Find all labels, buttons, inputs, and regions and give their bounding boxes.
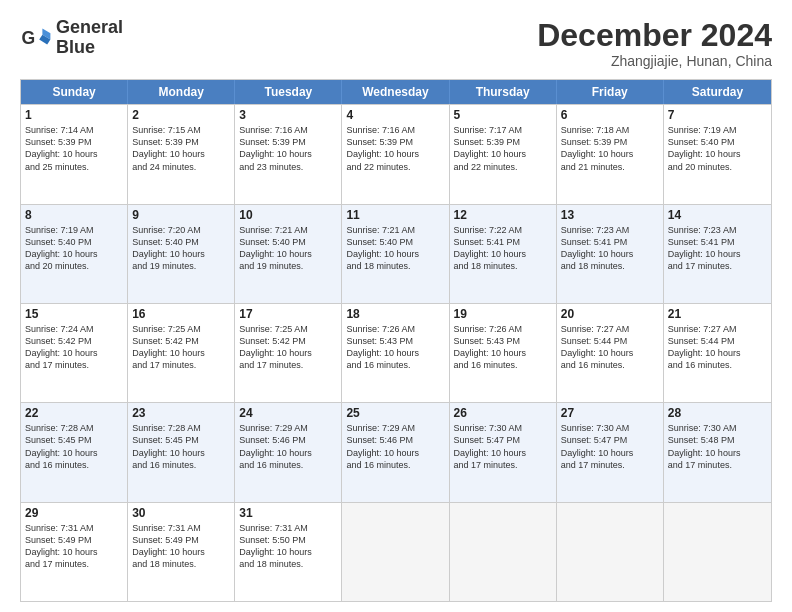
table-row: 18Sunrise: 7:26 AM Sunset: 5:43 PM Dayli…: [342, 304, 449, 402]
table-row: [557, 503, 664, 601]
day-number: 20: [561, 307, 659, 321]
day-info: Sunrise: 7:16 AM Sunset: 5:39 PM Dayligh…: [346, 124, 444, 173]
table-row: 11Sunrise: 7:21 AM Sunset: 5:40 PM Dayli…: [342, 205, 449, 303]
day-info: Sunrise: 7:21 AM Sunset: 5:40 PM Dayligh…: [346, 224, 444, 273]
day-number: 17: [239, 307, 337, 321]
day-info: Sunrise: 7:27 AM Sunset: 5:44 PM Dayligh…: [668, 323, 767, 372]
day-info: Sunrise: 7:23 AM Sunset: 5:41 PM Dayligh…: [561, 224, 659, 273]
calendar-row: 8Sunrise: 7:19 AM Sunset: 5:40 PM Daylig…: [21, 204, 771, 303]
day-info: Sunrise: 7:23 AM Sunset: 5:41 PM Dayligh…: [668, 224, 767, 273]
calendar-row: 1Sunrise: 7:14 AM Sunset: 5:39 PM Daylig…: [21, 104, 771, 203]
header-wednesday: Wednesday: [342, 80, 449, 104]
day-info: Sunrise: 7:26 AM Sunset: 5:43 PM Dayligh…: [346, 323, 444, 372]
table-row: 7Sunrise: 7:19 AM Sunset: 5:40 PM Daylig…: [664, 105, 771, 203]
table-row: 17Sunrise: 7:25 AM Sunset: 5:42 PM Dayli…: [235, 304, 342, 402]
table-row: [664, 503, 771, 601]
svg-text:G: G: [22, 28, 36, 48]
table-row: 28Sunrise: 7:30 AM Sunset: 5:48 PM Dayli…: [664, 403, 771, 501]
day-info: Sunrise: 7:31 AM Sunset: 5:49 PM Dayligh…: [132, 522, 230, 571]
day-info: Sunrise: 7:28 AM Sunset: 5:45 PM Dayligh…: [132, 422, 230, 471]
table-row: 29Sunrise: 7:31 AM Sunset: 5:49 PM Dayli…: [21, 503, 128, 601]
day-info: Sunrise: 7:18 AM Sunset: 5:39 PM Dayligh…: [561, 124, 659, 173]
table-row: 9Sunrise: 7:20 AM Sunset: 5:40 PM Daylig…: [128, 205, 235, 303]
table-row: 23Sunrise: 7:28 AM Sunset: 5:45 PM Dayli…: [128, 403, 235, 501]
day-number: 4: [346, 108, 444, 122]
table-row: 21Sunrise: 7:27 AM Sunset: 5:44 PM Dayli…: [664, 304, 771, 402]
day-info: Sunrise: 7:25 AM Sunset: 5:42 PM Dayligh…: [132, 323, 230, 372]
day-info: Sunrise: 7:19 AM Sunset: 5:40 PM Dayligh…: [25, 224, 123, 273]
calendar-row: 29Sunrise: 7:31 AM Sunset: 5:49 PM Dayli…: [21, 502, 771, 601]
day-number: 19: [454, 307, 552, 321]
day-info: Sunrise: 7:29 AM Sunset: 5:46 PM Dayligh…: [239, 422, 337, 471]
table-row: 2Sunrise: 7:15 AM Sunset: 5:39 PM Daylig…: [128, 105, 235, 203]
header: G General Blue December 2024 Zhangjiajie…: [20, 18, 772, 69]
day-number: 26: [454, 406, 552, 420]
day-info: Sunrise: 7:20 AM Sunset: 5:40 PM Dayligh…: [132, 224, 230, 273]
day-number: 22: [25, 406, 123, 420]
day-number: 21: [668, 307, 767, 321]
header-thursday: Thursday: [450, 80, 557, 104]
table-row: 10Sunrise: 7:21 AM Sunset: 5:40 PM Dayli…: [235, 205, 342, 303]
calendar: Sunday Monday Tuesday Wednesday Thursday…: [20, 79, 772, 602]
day-info: Sunrise: 7:16 AM Sunset: 5:39 PM Dayligh…: [239, 124, 337, 173]
day-number: 6: [561, 108, 659, 122]
table-row: 5Sunrise: 7:17 AM Sunset: 5:39 PM Daylig…: [450, 105, 557, 203]
header-friday: Friday: [557, 80, 664, 104]
day-number: 12: [454, 208, 552, 222]
table-row: 20Sunrise: 7:27 AM Sunset: 5:44 PM Dayli…: [557, 304, 664, 402]
location: Zhangjiajie, Hunan, China: [537, 53, 772, 69]
day-number: 10: [239, 208, 337, 222]
table-row: 12Sunrise: 7:22 AM Sunset: 5:41 PM Dayli…: [450, 205, 557, 303]
day-number: 2: [132, 108, 230, 122]
day-info: Sunrise: 7:27 AM Sunset: 5:44 PM Dayligh…: [561, 323, 659, 372]
table-row: 1Sunrise: 7:14 AM Sunset: 5:39 PM Daylig…: [21, 105, 128, 203]
day-info: Sunrise: 7:31 AM Sunset: 5:50 PM Dayligh…: [239, 522, 337, 571]
table-row: 3Sunrise: 7:16 AM Sunset: 5:39 PM Daylig…: [235, 105, 342, 203]
day-number: 18: [346, 307, 444, 321]
header-saturday: Saturday: [664, 80, 771, 104]
table-row: 25Sunrise: 7:29 AM Sunset: 5:46 PM Dayli…: [342, 403, 449, 501]
table-row: 27Sunrise: 7:30 AM Sunset: 5:47 PM Dayli…: [557, 403, 664, 501]
day-number: 31: [239, 506, 337, 520]
day-number: 9: [132, 208, 230, 222]
day-info: Sunrise: 7:29 AM Sunset: 5:46 PM Dayligh…: [346, 422, 444, 471]
day-number: 13: [561, 208, 659, 222]
table-row: 8Sunrise: 7:19 AM Sunset: 5:40 PM Daylig…: [21, 205, 128, 303]
day-number: 23: [132, 406, 230, 420]
day-info: Sunrise: 7:22 AM Sunset: 5:41 PM Dayligh…: [454, 224, 552, 273]
header-monday: Monday: [128, 80, 235, 104]
day-number: 28: [668, 406, 767, 420]
logo-text: General Blue: [56, 18, 123, 58]
day-info: Sunrise: 7:25 AM Sunset: 5:42 PM Dayligh…: [239, 323, 337, 372]
page: G General Blue December 2024 Zhangjiajie…: [0, 0, 792, 612]
day-info: Sunrise: 7:31 AM Sunset: 5:49 PM Dayligh…: [25, 522, 123, 571]
day-number: 15: [25, 307, 123, 321]
day-number: 29: [25, 506, 123, 520]
day-number: 27: [561, 406, 659, 420]
table-row: 31Sunrise: 7:31 AM Sunset: 5:50 PM Dayli…: [235, 503, 342, 601]
day-info: Sunrise: 7:15 AM Sunset: 5:39 PM Dayligh…: [132, 124, 230, 173]
day-info: Sunrise: 7:19 AM Sunset: 5:40 PM Dayligh…: [668, 124, 767, 173]
table-row: 24Sunrise: 7:29 AM Sunset: 5:46 PM Dayli…: [235, 403, 342, 501]
day-number: 3: [239, 108, 337, 122]
day-number: 1: [25, 108, 123, 122]
day-info: Sunrise: 7:26 AM Sunset: 5:43 PM Dayligh…: [454, 323, 552, 372]
day-number: 14: [668, 208, 767, 222]
table-row: 14Sunrise: 7:23 AM Sunset: 5:41 PM Dayli…: [664, 205, 771, 303]
title-block: December 2024 Zhangjiajie, Hunan, China: [537, 18, 772, 69]
day-info: Sunrise: 7:24 AM Sunset: 5:42 PM Dayligh…: [25, 323, 123, 372]
table-row: 13Sunrise: 7:23 AM Sunset: 5:41 PM Dayli…: [557, 205, 664, 303]
calendar-header: Sunday Monday Tuesday Wednesday Thursday…: [21, 80, 771, 104]
day-info: Sunrise: 7:28 AM Sunset: 5:45 PM Dayligh…: [25, 422, 123, 471]
table-row: 30Sunrise: 7:31 AM Sunset: 5:49 PM Dayli…: [128, 503, 235, 601]
table-row: [450, 503, 557, 601]
day-number: 5: [454, 108, 552, 122]
day-info: Sunrise: 7:21 AM Sunset: 5:40 PM Dayligh…: [239, 224, 337, 273]
day-info: Sunrise: 7:14 AM Sunset: 5:39 PM Dayligh…: [25, 124, 123, 173]
table-row: [342, 503, 449, 601]
month-title: December 2024: [537, 18, 772, 53]
day-number: 30: [132, 506, 230, 520]
day-info: Sunrise: 7:30 AM Sunset: 5:47 PM Dayligh…: [561, 422, 659, 471]
header-tuesday: Tuesday: [235, 80, 342, 104]
table-row: 26Sunrise: 7:30 AM Sunset: 5:47 PM Dayli…: [450, 403, 557, 501]
